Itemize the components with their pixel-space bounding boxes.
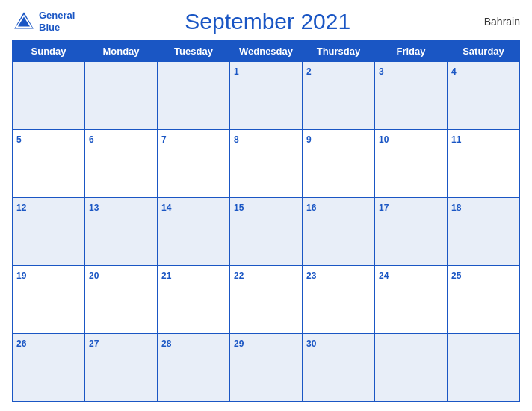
calendar-cell: 4 (448, 62, 520, 130)
calendar-cell: 19 (13, 266, 85, 334)
calendar-cell: 12 (13, 198, 85, 266)
day-number: 15 (234, 203, 244, 213)
day-number: 6 (89, 135, 94, 145)
day-number: 30 (306, 339, 316, 349)
day-number: 1 (234, 67, 239, 77)
weekday-header-saturday: Saturday (448, 41, 520, 62)
day-number: 28 (161, 339, 171, 349)
calendar-cell: 9 (303, 130, 375, 198)
day-number: 13 (89, 203, 99, 213)
calendar-cell: 22 (230, 266, 303, 334)
calendar-cell: 3 (375, 62, 448, 130)
logo: General Blue (12, 10, 75, 34)
calendar-week-row: 1234 (13, 62, 520, 130)
calendar-header: General Blue September 2021 Bahrain (12, 9, 520, 34)
day-number: 7 (161, 135, 167, 145)
calendar-cell: 24 (375, 266, 448, 334)
day-number: 2 (306, 67, 312, 77)
calendar-cell (375, 334, 448, 402)
day-number: 25 (451, 271, 461, 281)
calendar-cell: 30 (303, 334, 375, 402)
day-number: 23 (306, 271, 316, 281)
calendar-cell (13, 62, 85, 130)
day-number: 3 (379, 67, 384, 77)
day-number: 12 (16, 203, 26, 213)
calendar-title: September 2021 (75, 9, 460, 34)
calendar-page: General Blue September 2021 Bahrain Sund… (0, 0, 532, 411)
day-number: 22 (234, 271, 244, 281)
calendar-cell (85, 62, 158, 130)
day-number: 4 (451, 67, 457, 77)
day-number: 16 (306, 203, 316, 213)
weekday-header-wednesday: Wednesday (230, 41, 303, 62)
day-number: 21 (161, 271, 171, 281)
calendar-cell: 27 (85, 334, 158, 402)
day-number: 10 (379, 135, 389, 145)
weekday-header-row: SundayMondayTuesdayWednesdayThursdayFrid… (13, 41, 520, 62)
generalblue-logo-icon (12, 10, 36, 34)
weekday-header-tuesday: Tuesday (158, 41, 230, 62)
day-number: 27 (89, 339, 99, 349)
weekday-header-sunday: Sunday (13, 41, 85, 62)
calendar-cell: 20 (85, 266, 158, 334)
day-number: 14 (161, 203, 171, 213)
calendar-week-row: 567891011 (13, 130, 520, 198)
calendar-cell (448, 334, 520, 402)
weekday-header-friday: Friday (375, 41, 448, 62)
day-number: 9 (306, 135, 312, 145)
day-number: 24 (379, 271, 389, 281)
calendar-cell: 15 (230, 198, 303, 266)
calendar-week-row: 19202122232425 (13, 266, 520, 334)
logo-text: General Blue (39, 10, 75, 33)
calendar-cell: 8 (230, 130, 303, 198)
day-number: 18 (451, 203, 461, 213)
country-label: Bahrain (460, 16, 520, 28)
day-number: 5 (16, 135, 22, 145)
calendar-week-row: 12131415161718 (13, 198, 520, 266)
day-number: 29 (234, 339, 244, 349)
calendar-cell: 26 (13, 334, 85, 402)
calendar-cell: 14 (158, 198, 230, 266)
calendar-cell: 16 (303, 198, 375, 266)
calendar-week-row: 2627282930 (13, 334, 520, 402)
calendar-table: SundayMondayTuesdayWednesdayThursdayFrid… (12, 40, 520, 402)
calendar-cell: 25 (448, 266, 520, 334)
calendar-cell: 5 (13, 130, 85, 198)
day-number: 17 (379, 203, 389, 213)
weekday-header-thursday: Thursday (303, 41, 375, 62)
calendar-cell: 10 (375, 130, 448, 198)
calendar-cell: 23 (303, 266, 375, 334)
calendar-cell: 1 (230, 62, 303, 130)
calendar-cell: 17 (375, 198, 448, 266)
calendar-cell: 13 (85, 198, 158, 266)
calendar-cell: 7 (158, 130, 230, 198)
day-number: 26 (16, 339, 26, 349)
calendar-cell: 28 (158, 334, 230, 402)
calendar-cell: 29 (230, 334, 303, 402)
calendar-cell: 2 (303, 62, 375, 130)
calendar-cell: 6 (85, 130, 158, 198)
calendar-cell: 21 (158, 266, 230, 334)
calendar-cell: 11 (448, 130, 520, 198)
day-number: 11 (451, 135, 461, 145)
day-number: 20 (89, 271, 99, 281)
calendar-cell (158, 62, 230, 130)
day-number: 19 (16, 271, 26, 281)
weekday-header-monday: Monday (85, 41, 158, 62)
day-number: 8 (234, 135, 239, 145)
calendar-cell: 18 (448, 198, 520, 266)
